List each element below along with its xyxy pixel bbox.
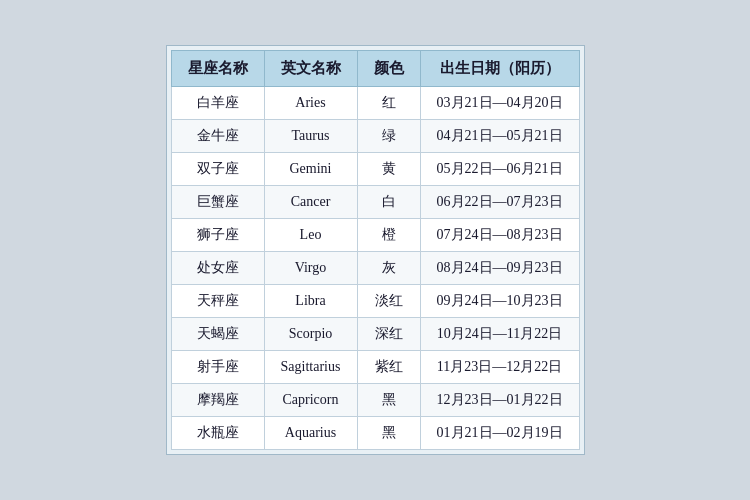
cell-chinese-name: 天蝎座 (171, 318, 264, 351)
cell-english-name: Virgo (264, 252, 357, 285)
table-row: 天蝎座Scorpio深红10月24日—11月22日 (171, 318, 579, 351)
cell-chinese-name: 巨蟹座 (171, 186, 264, 219)
cell-color: 深红 (357, 318, 420, 351)
cell-dates: 01月21日—02月19日 (420, 417, 579, 450)
cell-dates: 03月21日—04月20日 (420, 87, 579, 120)
zodiac-table-container: 星座名称 英文名称 颜色 出生日期（阳历） 白羊座Aries红03月21日—04… (166, 45, 585, 455)
header-chinese-name: 星座名称 (171, 51, 264, 87)
header-dates: 出生日期（阳历） (420, 51, 579, 87)
cell-color: 绿 (357, 120, 420, 153)
cell-chinese-name: 天秤座 (171, 285, 264, 318)
cell-chinese-name: 射手座 (171, 351, 264, 384)
cell-color: 橙 (357, 219, 420, 252)
cell-chinese-name: 处女座 (171, 252, 264, 285)
cell-english-name: Aquarius (264, 417, 357, 450)
cell-dates: 04月21日—05月21日 (420, 120, 579, 153)
table-body: 白羊座Aries红03月21日—04月20日金牛座Taurus绿04月21日—0… (171, 87, 579, 450)
cell-dates: 09月24日—10月23日 (420, 285, 579, 318)
cell-english-name: Sagittarius (264, 351, 357, 384)
table-row: 水瓶座Aquarius黑01月21日—02月19日 (171, 417, 579, 450)
cell-color: 黑 (357, 417, 420, 450)
table-row: 狮子座Leo橙07月24日—08月23日 (171, 219, 579, 252)
table-row: 双子座Gemini黄05月22日—06月21日 (171, 153, 579, 186)
cell-dates: 06月22日—07月23日 (420, 186, 579, 219)
table-row: 处女座Virgo灰08月24日—09月23日 (171, 252, 579, 285)
cell-color: 黑 (357, 384, 420, 417)
cell-dates: 05月22日—06月21日 (420, 153, 579, 186)
cell-dates: 10月24日—11月22日 (420, 318, 579, 351)
cell-color: 白 (357, 186, 420, 219)
table-row: 摩羯座Capricorn黑12月23日—01月22日 (171, 384, 579, 417)
cell-dates: 11月23日—12月22日 (420, 351, 579, 384)
cell-english-name: Cancer (264, 186, 357, 219)
cell-dates: 12月23日—01月22日 (420, 384, 579, 417)
cell-chinese-name: 狮子座 (171, 219, 264, 252)
cell-chinese-name: 水瓶座 (171, 417, 264, 450)
zodiac-table: 星座名称 英文名称 颜色 出生日期（阳历） 白羊座Aries红03月21日—04… (171, 50, 580, 450)
header-color: 颜色 (357, 51, 420, 87)
cell-color: 淡红 (357, 285, 420, 318)
cell-chinese-name: 金牛座 (171, 120, 264, 153)
table-row: 巨蟹座Cancer白06月22日—07月23日 (171, 186, 579, 219)
cell-english-name: Gemini (264, 153, 357, 186)
cell-color: 灰 (357, 252, 420, 285)
table-row: 射手座Sagittarius紫红11月23日—12月22日 (171, 351, 579, 384)
table-row: 天秤座Libra淡红09月24日—10月23日 (171, 285, 579, 318)
cell-chinese-name: 白羊座 (171, 87, 264, 120)
table-row: 金牛座Taurus绿04月21日—05月21日 (171, 120, 579, 153)
cell-english-name: Libra (264, 285, 357, 318)
cell-chinese-name: 双子座 (171, 153, 264, 186)
cell-english-name: Taurus (264, 120, 357, 153)
table-row: 白羊座Aries红03月21日—04月20日 (171, 87, 579, 120)
cell-english-name: Leo (264, 219, 357, 252)
cell-dates: 08月24日—09月23日 (420, 252, 579, 285)
header-english-name: 英文名称 (264, 51, 357, 87)
cell-color: 红 (357, 87, 420, 120)
cell-dates: 07月24日—08月23日 (420, 219, 579, 252)
cell-color: 紫红 (357, 351, 420, 384)
cell-english-name: Capricorn (264, 384, 357, 417)
cell-english-name: Aries (264, 87, 357, 120)
cell-chinese-name: 摩羯座 (171, 384, 264, 417)
cell-english-name: Scorpio (264, 318, 357, 351)
table-header-row: 星座名称 英文名称 颜色 出生日期（阳历） (171, 51, 579, 87)
cell-color: 黄 (357, 153, 420, 186)
